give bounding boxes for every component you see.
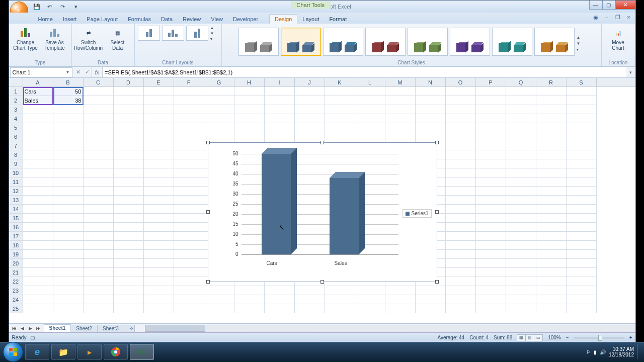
cell[interactable] (174, 277, 204, 286)
cell[interactable] (204, 132, 234, 141)
cell[interactable]: 38 (53, 96, 84, 105)
column-header[interactable]: I (265, 78, 295, 86)
cell[interactable] (53, 187, 84, 196)
taskbar-chrome[interactable] (104, 344, 128, 360)
cell[interactable] (84, 268, 114, 277)
cell[interactable] (416, 286, 446, 295)
cell[interactable] (53, 196, 84, 205)
cell[interactable] (325, 96, 355, 105)
tray-flag-icon[interactable]: ⚐ (586, 349, 591, 355)
row-header[interactable]: 3 (9, 105, 23, 114)
cell[interactable] (536, 123, 567, 132)
cell[interactable] (265, 286, 295, 295)
styles-up-icon[interactable]: ▲ (577, 35, 585, 40)
cell[interactable] (536, 87, 567, 96)
cell[interactable] (174, 96, 204, 105)
cell[interactable] (385, 286, 416, 295)
cell[interactable] (174, 87, 204, 96)
cell[interactable] (23, 150, 53, 159)
cell[interactable] (53, 141, 84, 150)
cell[interactable] (446, 159, 476, 168)
cell[interactable] (23, 223, 53, 232)
cell[interactable] (144, 250, 174, 259)
sheet-tab-2[interactable]: Sheet2 (70, 325, 98, 332)
cell[interactable] (446, 223, 476, 232)
cell[interactable] (446, 141, 476, 150)
cell[interactable] (295, 105, 325, 114)
cell[interactable] (506, 132, 536, 141)
cell[interactable] (204, 105, 234, 114)
cell[interactable] (144, 96, 174, 105)
cell[interactable] (114, 232, 144, 241)
style-thumb[interactable] (281, 28, 321, 56)
cell[interactable] (144, 114, 174, 123)
row-header[interactable]: 5 (9, 123, 23, 132)
column-header[interactable]: Q (506, 78, 536, 86)
cell[interactable] (476, 277, 506, 286)
cell[interactable] (234, 105, 265, 114)
cell[interactable] (265, 114, 295, 123)
embedded-chart[interactable]: 05101520253035404550CarsSales Series1 ↖ (208, 142, 437, 282)
cell[interactable] (416, 105, 446, 114)
cell[interactable] (567, 250, 597, 259)
cell[interactable] (84, 141, 114, 150)
cell[interactable] (567, 87, 597, 96)
tab-format[interactable]: Format (324, 15, 352, 24)
cell[interactable] (234, 295, 265, 304)
cell[interactable] (84, 187, 114, 196)
cell[interactable] (174, 223, 204, 232)
cell[interactable] (204, 286, 234, 295)
row-header[interactable]: 8 (9, 150, 23, 159)
help-icon[interactable]: ◉ (592, 14, 599, 21)
cell[interactable] (84, 223, 114, 232)
cell[interactable] (295, 286, 325, 295)
row-header[interactable]: 24 (9, 295, 23, 304)
cell[interactable] (204, 295, 234, 304)
cell[interactable] (567, 105, 597, 114)
cell[interactable] (84, 87, 114, 96)
tray-network-icon[interactable]: ▮ (594, 349, 597, 355)
cell[interactable] (536, 177, 567, 187)
cell[interactable] (476, 177, 506, 187)
fx-icon[interactable]: fx (92, 67, 103, 77)
cell[interactable] (53, 123, 84, 132)
cell[interactable] (234, 304, 265, 313)
view-buttons[interactable]: ▦▤▭ (517, 334, 543, 341)
new-sheet-button[interactable]: ✧ (124, 325, 135, 332)
cell[interactable] (144, 277, 174, 286)
cell[interactable] (416, 123, 446, 132)
cell[interactable] (536, 114, 567, 123)
mdi-restore-icon[interactable]: ❐ (614, 14, 621, 21)
cell[interactable] (567, 205, 597, 214)
cell[interactable] (144, 150, 174, 159)
sheet-tab-3[interactable]: Sheet3 (97, 325, 124, 332)
cell[interactable] (536, 141, 567, 150)
cell[interactable] (416, 87, 446, 96)
cell[interactable] (174, 150, 204, 159)
cell[interactable] (325, 114, 355, 123)
cell[interactable] (506, 150, 536, 159)
cell[interactable] (567, 295, 597, 304)
resize-handle[interactable] (435, 280, 439, 284)
cell[interactable] (23, 105, 53, 114)
mdi-close-icon[interactable]: × (625, 14, 632, 21)
cell[interactable] (506, 304, 536, 313)
cell[interactable] (476, 196, 506, 205)
cell[interactable] (174, 123, 204, 132)
cell[interactable] (506, 250, 536, 259)
style-thumb[interactable] (323, 28, 363, 56)
cell[interactable] (174, 232, 204, 241)
tab-developer[interactable]: Developer (228, 15, 263, 24)
cell[interactable] (567, 196, 597, 205)
cell[interactable] (53, 159, 84, 168)
cell[interactable] (476, 132, 506, 141)
cell[interactable] (23, 132, 53, 141)
cell[interactable] (385, 132, 416, 141)
sheet-nav-prev-icon[interactable]: ◀ (19, 326, 26, 331)
cell[interactable] (355, 132, 385, 141)
cell[interactable] (84, 277, 114, 286)
cell[interactable] (476, 187, 506, 196)
cell[interactable] (174, 295, 204, 304)
cell[interactable] (476, 96, 506, 105)
cell[interactable] (114, 150, 144, 159)
